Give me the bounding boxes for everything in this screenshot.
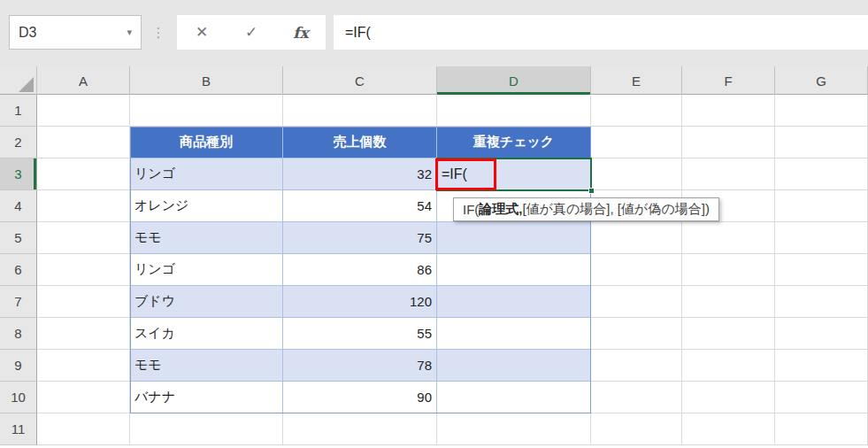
cell-G10[interactable]: [775, 382, 868, 413]
cell-E7[interactable]: [591, 286, 682, 318]
cell-E11[interactable]: [591, 413, 682, 445]
column-header-D-selected[interactable]: D: [437, 66, 591, 95]
cell-B4[interactable]: オレンジ: [130, 190, 283, 222]
cell-C4[interactable]: 54: [283, 190, 437, 222]
cell-E1[interactable]: [591, 95, 682, 127]
cell-E6[interactable]: [591, 254, 682, 286]
cell-F3[interactable]: [682, 158, 775, 190]
cell-F9[interactable]: [682, 350, 775, 382]
cell-D9[interactable]: [437, 350, 591, 382]
cell-D6[interactable]: [437, 254, 591, 286]
cell-C2-table-header[interactable]: 売上個数: [283, 127, 437, 158]
column-header-B[interactable]: B: [130, 66, 283, 95]
column-header-E[interactable]: E: [591, 66, 682, 95]
cell-D7[interactable]: [437, 286, 591, 318]
cell-B9[interactable]: モモ: [130, 350, 283, 382]
cell-C10[interactable]: 90: [283, 382, 437, 413]
cell-C3[interactable]: 32: [283, 158, 437, 190]
cell-C8[interactable]: 55: [283, 318, 437, 350]
cell-A1[interactable]: [37, 95, 130, 127]
cell-G3[interactable]: [775, 158, 868, 190]
cell-B3[interactable]: リンゴ: [130, 158, 283, 190]
cell-E2[interactable]: [591, 127, 682, 158]
cell-F8[interactable]: [682, 318, 775, 350]
select-all-corner[interactable]: [0, 66, 37, 95]
column-header-C[interactable]: C: [283, 66, 437, 95]
cell-F11[interactable]: [682, 413, 775, 445]
cell-E3[interactable]: [591, 158, 682, 190]
cell-D10[interactable]: [437, 382, 591, 413]
cell-B7[interactable]: ブドウ: [130, 286, 283, 318]
cell-B8[interactable]: スイカ: [130, 318, 283, 350]
cell-F1[interactable]: [682, 95, 775, 127]
row-header-1[interactable]: 1: [0, 95, 37, 127]
insert-function-icon[interactable]: fx: [283, 19, 319, 47]
cell-B10[interactable]: バナナ: [130, 382, 283, 413]
cell-G5[interactable]: [775, 222, 868, 254]
cell-A4[interactable]: [37, 190, 130, 222]
row-header-5[interactable]: 5: [0, 222, 37, 254]
row-header-6[interactable]: 6: [0, 254, 37, 286]
cell-E5[interactable]: [591, 222, 682, 254]
row-header-9[interactable]: 9: [0, 350, 37, 382]
fill-handle[interactable]: [588, 188, 595, 194]
column-header-G[interactable]: G: [775, 66, 868, 95]
cell-D8[interactable]: [437, 318, 591, 350]
cell-A2[interactable]: [37, 127, 130, 158]
row-header-8[interactable]: 8: [0, 318, 37, 350]
cell-A9[interactable]: [37, 350, 130, 382]
cell-A10[interactable]: [37, 382, 130, 413]
name-box[interactable]: D3 ▾: [9, 15, 142, 50]
cell-G8[interactable]: [775, 318, 868, 350]
cell-C5[interactable]: 75: [283, 222, 437, 254]
cell-D11[interactable]: [437, 413, 591, 445]
cell-E8[interactable]: [591, 318, 682, 350]
cell-B6[interactable]: リンゴ: [130, 254, 283, 286]
cell-E10[interactable]: [591, 382, 682, 413]
cell-A8[interactable]: [37, 318, 130, 350]
cell-B5[interactable]: モモ: [130, 222, 283, 254]
cell-F7[interactable]: [682, 286, 775, 318]
cell-G1[interactable]: [775, 95, 868, 127]
formula-bar[interactable]: =IF(: [334, 15, 868, 50]
cell-C7[interactable]: 120: [283, 286, 437, 318]
cell-A6[interactable]: [37, 254, 130, 286]
column-header-A[interactable]: A: [37, 66, 130, 95]
row-header-3-selected[interactable]: 3: [0, 158, 37, 190]
cell-G4[interactable]: [775, 190, 868, 222]
cell-E9[interactable]: [591, 350, 682, 382]
cell-G7[interactable]: [775, 286, 868, 318]
enter-icon[interactable]: ✓: [234, 19, 269, 47]
cell-D1[interactable]: [437, 95, 591, 127]
cancel-icon[interactable]: ✕: [184, 19, 219, 47]
cell-C11[interactable]: [283, 413, 437, 445]
row-header-10[interactable]: 10: [0, 382, 37, 413]
cell-G2[interactable]: [775, 127, 868, 158]
cell-D5[interactable]: [437, 222, 591, 254]
cell-C9[interactable]: 78: [283, 350, 437, 382]
row-header-2[interactable]: 2: [0, 127, 37, 158]
cell-G6[interactable]: [775, 254, 868, 286]
cell-A7[interactable]: [37, 286, 130, 318]
row-header-4[interactable]: 4: [0, 190, 37, 222]
cell-A5[interactable]: [37, 222, 130, 254]
cell-F10[interactable]: [682, 382, 775, 413]
name-box-dropdown-icon[interactable]: ▾: [127, 27, 141, 38]
cell-G9[interactable]: [775, 350, 868, 382]
column-header-F[interactable]: F: [682, 66, 775, 95]
cell-F6[interactable]: [682, 254, 775, 286]
cell-A11[interactable]: [37, 413, 130, 445]
cell-B11[interactable]: [130, 413, 283, 445]
cell-F2[interactable]: [682, 127, 775, 158]
cell-G11[interactable]: [775, 413, 868, 445]
row-header-7[interactable]: 7: [0, 286, 37, 318]
cell-F5[interactable]: [682, 222, 775, 254]
cell-D2-table-header[interactable]: 重複チェック: [437, 127, 591, 158]
cell-B1[interactable]: [130, 95, 283, 127]
cell-B2-table-header[interactable]: 商品種別: [130, 127, 283, 158]
cell-A3[interactable]: [37, 158, 130, 190]
grid-row-4: 4 オレンジ 54: [0, 190, 868, 222]
cell-C1[interactable]: [283, 95, 437, 127]
cell-C6[interactable]: 86: [283, 254, 437, 286]
row-header-11[interactable]: 11: [0, 413, 37, 445]
